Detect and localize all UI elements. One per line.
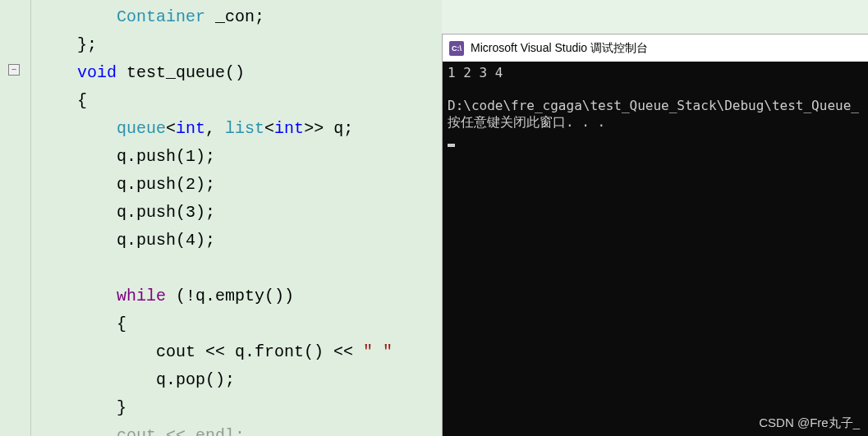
code-line: } — [31, 394, 442, 422]
console-titlebar[interactable]: C:\ Microsoft Visual Studio 调试控制台 — [443, 34, 868, 62]
code-line — [31, 255, 442, 282]
code-line: { — [31, 310, 442, 338]
code-line: q.push(4); — [31, 227, 442, 255]
editor-gutter: − — [0, 0, 31, 436]
code-editor-pane[interactable]: − Container _con; }; void test_queue() {… — [0, 0, 442, 436]
vs-console-icon: C:\ — [449, 41, 464, 56]
console-cursor — [448, 144, 455, 147]
console-text: D:\code\fre_cgaga\test_Queue_Stack\Debug… — [448, 98, 859, 113]
watermark-text: CSDN @Fre丸子_ — [759, 415, 860, 431]
console-text: 按任意键关闭此窗口. . . — [448, 114, 605, 130]
code-line: q.pop(); — [31, 366, 442, 394]
console-text: 1 2 3 4 — [448, 65, 503, 80]
code-line: q.push(1); — [31, 143, 442, 171]
code-line: q.push(2); — [31, 171, 442, 199]
debug-console-window[interactable]: C:\ Microsoft Visual Studio 调试控制台 1 2 3 … — [442, 34, 868, 436]
code-line: cout << endl; — [31, 422, 442, 436]
code-line: void test_queue() — [31, 59, 442, 87]
code-line: { — [31, 87, 442, 115]
console-output[interactable]: 1 2 3 4 D:\code\fre_cgaga\test_Queue_Sta… — [443, 62, 868, 436]
fold-minus-icon[interactable]: − — [8, 64, 20, 76]
code-line: q.push(3); — [31, 199, 442, 227]
code-line: }; — [31, 31, 442, 59]
code-line: queue<int, list<int>> q; — [31, 115, 442, 143]
code-line: Container _con; — [31, 3, 442, 31]
console-title: Microsoft Visual Studio 调试控制台 — [471, 41, 648, 56]
code-line: while (!q.empty()) — [31, 282, 442, 310]
code-text-area[interactable]: Container _con; }; void test_queue() { q… — [31, 0, 442, 436]
code-line: cout << q.front() << " " — [31, 338, 442, 366]
